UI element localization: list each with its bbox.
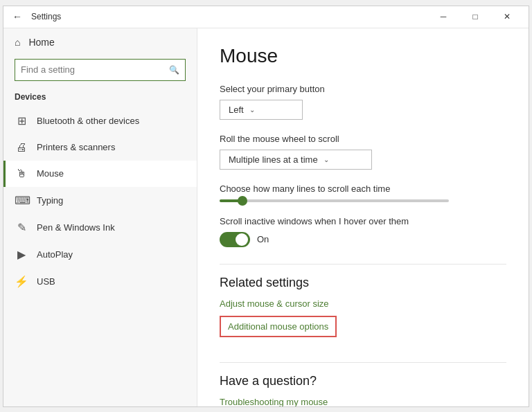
divider2 — [220, 362, 506, 363]
sidebar-item-home[interactable]: ⌂ Home — [3, 28, 197, 56]
lines-label: Choose how many lines to scroll each tim… — [220, 183, 506, 194]
sidebar-item-typing[interactable]: ⌨ Typing — [3, 187, 197, 214]
related-settings-title: Related settings — [220, 276, 506, 290]
lines-slider-container — [220, 199, 506, 202]
sidebar-item-label: Printers & scanners — [37, 142, 115, 152]
slider-track[interactable] — [220, 199, 449, 202]
window-controls: ─ □ ✕ — [427, 6, 523, 28]
additional-mouse-link[interactable]: Additional mouse options — [220, 316, 337, 337]
typing-icon: ⌨ — [15, 194, 28, 207]
usb-icon: ⚡ — [15, 275, 28, 288]
minimize-button[interactable]: ─ — [427, 6, 459, 28]
primary-button-value: Left — [229, 105, 244, 115]
mouse-icon: 🖱 — [15, 168, 28, 180]
search-input[interactable] — [21, 64, 169, 75]
inactive-scroll-toggle[interactable] — [220, 232, 250, 247]
sidebar-item-label: Bluetooth & other devices — [37, 116, 139, 126]
search-box[interactable]: 🔍 — [15, 59, 186, 81]
window-title: Settings — [31, 12, 61, 21]
right-panel: Mouse Select your primary button Left ⌄ … — [197, 28, 529, 406]
adjust-mouse-link[interactable]: Adjust mouse & cursor size — [220, 298, 506, 309]
toggle-state-label: On — [257, 234, 269, 244]
scroll-value: Multiple lines at a time — [229, 154, 318, 165]
sidebar-item-label: Typing — [37, 195, 63, 206]
inactive-scroll-row: On — [220, 232, 506, 247]
printers-icon: 🖨 — [15, 141, 28, 154]
sidebar-item-printers[interactable]: 🖨 Printers & scanners — [3, 134, 197, 161]
troubleshooting-link[interactable]: Troubleshooting my mouse — [220, 397, 506, 406]
toggle-knob — [236, 233, 248, 246]
scroll-dropdown[interactable]: Multiple lines at a time ⌄ — [220, 150, 372, 170]
sidebar-item-label: USB — [37, 276, 55, 287]
inactive-scroll-label: Scroll inactive windows when I hover ove… — [220, 216, 506, 226]
sidebar-item-bluetooth[interactable]: ⊞ Bluetooth & other devices — [3, 107, 197, 134]
sidebar-item-autoplay[interactable]: ▶ AutoPlay — [3, 241, 197, 268]
bluetooth-icon: ⊞ — [15, 114, 28, 127]
home-icon: ⌂ — [15, 37, 20, 48]
primary-button-dropdown[interactable]: Left ⌄ — [220, 100, 303, 120]
search-icon: 🔍 — [169, 65, 179, 75]
sidebar: ⌂ Home 🔍 Devices ⊞ Bluetooth & other dev… — [3, 28, 197, 406]
primary-button-label: Select your primary button — [220, 84, 506, 94]
pen-icon: ✎ — [15, 221, 28, 234]
chevron-down-icon: ⌄ — [249, 106, 255, 114]
sidebar-item-pen[interactable]: ✎ Pen & Windows Ink — [3, 214, 197, 241]
divider — [220, 264, 506, 265]
sidebar-section-label: Devices — [3, 89, 197, 107]
sidebar-item-mouse[interactable]: 🖱 Mouse — [3, 161, 197, 187]
sidebar-item-label: Mouse — [37, 168, 64, 179]
slider-thumb[interactable] — [238, 196, 247, 206]
back-button[interactable]: ← — [9, 8, 26, 25]
autoplay-icon: ▶ — [15, 248, 28, 261]
sidebar-item-label: AutoPlay — [37, 249, 73, 260]
page-title: Mouse — [220, 45, 506, 67]
home-label: Home — [28, 37, 54, 48]
sidebar-item-usb[interactable]: ⚡ USB — [3, 268, 197, 295]
close-button[interactable]: ✕ — [491, 6, 523, 28]
faq-title: Have a question? — [220, 374, 506, 388]
maximize-button[interactable]: □ — [459, 6, 491, 28]
chevron-down-icon: ⌄ — [323, 156, 329, 163]
main-content: ⌂ Home 🔍 Devices ⊞ Bluetooth & other dev… — [3, 28, 529, 406]
scroll-label: Roll the mouse wheel to scroll — [220, 134, 506, 144]
sidebar-item-label: Pen & Windows Ink — [37, 222, 115, 233]
titlebar: ← Settings ─ □ ✕ — [3, 6, 529, 28]
